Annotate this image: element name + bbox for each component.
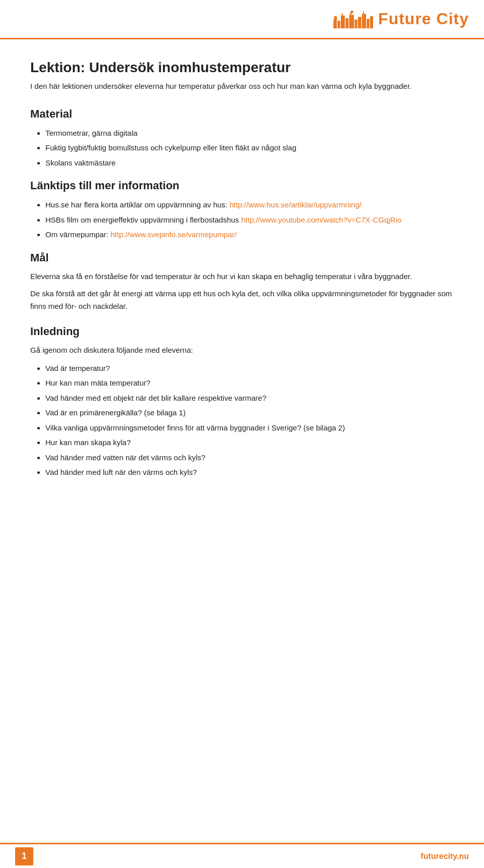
page-header: Future City (0, 0, 484, 39)
link-text-before: Om värmepumpar: (45, 230, 110, 239)
list-item: Hur kan man skapa kyla? (45, 436, 454, 449)
list-item: Skolans vaktmästare (45, 156, 454, 170)
link-text-before: HSBs film om energieffektiv uppvärmning … (45, 215, 241, 224)
svg-rect-3 (341, 16, 345, 28)
svg-rect-9 (358, 17, 361, 29)
list-item: Vilka vanliga uppvärmningsmetoder finns … (45, 421, 454, 435)
link-youtube[interactable]: http://www.youtube.com/watch?v=C7X-CGqjR… (241, 215, 401, 224)
material-section: Material Termometrar, gärna digitala Fuk… (30, 107, 454, 170)
links-section: Länktips till mer information Hus.se har… (30, 179, 454, 241)
link-svepinfo[interactable]: http://www.svepinfo.se/varmepumpar/ (110, 230, 236, 239)
inledning-list: Vad är temperatur? Hur kan man mäta temp… (45, 362, 454, 479)
logo-text: Future City (378, 10, 469, 28)
material-heading: Material (30, 107, 454, 121)
list-item: Hur kan man mäta temperatur? (45, 376, 454, 390)
footer-url: futurecity.nu (420, 852, 469, 861)
svg-rect-5 (345, 18, 348, 28)
page-title: Lektion: Undersök inomhustemperatur (30, 60, 454, 76)
inledning-heading: Inledning (30, 325, 454, 338)
list-item: Vad händer med ett objekt när det blir k… (45, 392, 454, 405)
link-hus[interactable]: http://www.hus.se/artiklar/uppvarmning/ (229, 200, 361, 209)
svg-rect-12 (367, 19, 369, 29)
maal-para1: Eleverna ska få en förståelse för vad te… (30, 270, 454, 283)
svg-rect-4 (342, 13, 343, 16)
list-item: Om värmepumpar: http://www.svepinfo.se/v… (45, 228, 454, 241)
links-heading: Länktips till mer information (30, 179, 454, 192)
links-list: Hus.se har flera korta artiklar om uppvä… (45, 198, 454, 241)
cityscape-icon (333, 5, 373, 33)
svg-rect-2 (337, 21, 340, 28)
list-item: Vad händer med luft när den värms och ky… (45, 466, 454, 479)
svg-rect-6 (349, 15, 354, 29)
svg-rect-0 (333, 19, 337, 29)
page-footer: 1 futurecity.nu (0, 843, 484, 868)
maal-section: Mål Eleverna ska få en förståelse för va… (30, 251, 454, 313)
inledning-intro: Gå igenom och diskutera följande med ele… (30, 344, 454, 357)
maal-heading: Mål (30, 251, 454, 264)
list-item: Fuktig tygbit/fuktig bomullstuss och cyk… (45, 141, 454, 154)
page-number: 1 (15, 847, 33, 865)
list-item: Vad är temperatur? (45, 362, 454, 375)
svg-rect-8 (354, 20, 357, 28)
inledning-section: Inledning Gå igenom och diskutera följan… (30, 325, 454, 479)
list-item: Vad händer med vatten när det värms och … (45, 451, 454, 464)
svg-rect-10 (362, 14, 366, 29)
list-item: Vad är en primärenergikälla? (se bilaga … (45, 406, 454, 419)
svg-rect-11 (363, 12, 364, 14)
list-item: HSBs film om energieffektiv uppvärmning … (45, 213, 454, 227)
page-subtitle: I den här lektionen undersöker eleverna … (30, 81, 454, 92)
svg-point-15 (350, 11, 353, 13)
material-list: Termometrar, gärna digitala Fuktig tygbi… (45, 127, 454, 170)
list-item: Termometrar, gärna digitala (45, 127, 454, 140)
list-item: Hus.se har flera korta artiklar om uppvä… (45, 198, 454, 211)
main-content: Lektion: Undersök inomhustemperatur I de… (0, 39, 484, 531)
svg-rect-13 (370, 16, 373, 28)
maal-para2: De ska förstå att det går åt energi att … (30, 288, 454, 313)
link-text-before: Hus.se har flera korta artiklar om uppvä… (45, 200, 229, 209)
logo-area: Future City (333, 5, 469, 33)
